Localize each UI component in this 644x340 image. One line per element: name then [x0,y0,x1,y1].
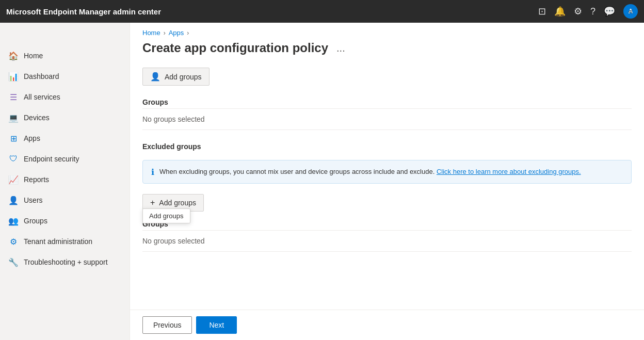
content-area: Home › Apps › Create app configuration p… [130,23,644,340]
excluded-groups-section: Excluded groups ℹ When excluding groups,… [142,138,632,252]
excluded-add-groups-wrapper: + Add groups Add groups [142,190,204,216]
apps-icon: ⊞ [8,133,19,143]
sidebar-item-users[interactable]: 👤 Users [0,190,130,211]
excluded-groups-title: Excluded groups [142,138,632,154]
previous-button[interactable]: Previous [142,316,192,334]
sidebar-item-home[interactable]: 🏠 Home [0,45,130,66]
sidebar-label-home: Home [24,52,43,60]
users-icon: 👤 [8,195,19,205]
sidebar-item-devices[interactable]: 💻 Devices [0,107,130,128]
sidebar-label-tenant: Tenant administration [24,237,92,246]
included-add-groups-label: Add groups [165,73,202,81]
breadcrumb-home[interactable]: Home [142,29,160,37]
sidebar-label-reports: Reports [24,175,49,184]
breadcrumb-sep1: › [164,29,166,37]
excluded-groups-header: Groups [142,216,632,230]
sidebar-label-endpoint: Endpoint security [24,155,79,163]
excluded-add-groups-label: Add groups [159,199,196,207]
feedback-icon[interactable]: 💬 [604,6,615,17]
sidebar-label-troubleshooting: Troubleshooting + support [24,258,108,266]
portal-icon[interactable]: ⊡ [538,6,546,17]
sidebar-label-apps: Apps [24,134,40,142]
sidebar-label-devices: Devices [24,114,50,122]
excluded-no-groups-text: No groups selected [142,231,632,252]
main-layout: « 🏠 Home 📊 Dashboard ☰ All services 💻 De… [0,23,644,340]
sidebar-item-reports[interactable]: 📈 Reports [0,169,130,190]
add-groups-person-icon: 👤 [150,72,160,82]
sidebar-item-troubleshooting[interactable]: 🔧 Troubleshooting + support [0,252,130,272]
tooltip-text: Add groups [149,212,184,220]
groups-icon: 👥 [8,216,19,226]
content-body: 👤 Add groups Groups No groups selected E… [130,63,644,310]
sidebar-item-tenant-admin[interactable]: ⚙ Tenant administration [0,231,130,252]
all-services-icon: ☰ [8,92,19,102]
sidebar: « 🏠 Home 📊 Dashboard ☰ All services 💻 De… [0,23,130,340]
included-add-groups-button[interactable]: 👤 Add groups [142,68,210,86]
topbar: Microsoft Endpoint Manager admin center … [0,0,644,23]
info-message: When excluding groups, you cannot mix us… [159,167,581,177]
info-text-content: When excluding groups, you cannot mix us… [159,168,434,175]
breadcrumb: Home › Apps › [130,23,644,39]
next-button[interactable]: Next [196,316,237,334]
sidebar-label-all-services: All services [24,93,60,101]
settings-icon[interactable]: ⚙ [574,6,582,17]
breadcrumb-sep2: › [187,29,189,37]
dashboard-icon: 📊 [8,71,19,82]
included-groups-header: Groups [142,94,632,108]
breadcrumb-apps[interactable]: Apps [169,29,184,37]
footer: Previous Next [130,310,644,340]
sidebar-item-all-services[interactable]: ☰ All services [0,87,130,107]
tenant-icon: ⚙ [8,236,19,247]
info-icon: ℹ [151,167,154,177]
sidebar-item-dashboard[interactable]: 📊 Dashboard [0,66,130,87]
info-learn-more-link[interactable]: Click here to learn more about excluding… [437,168,581,175]
home-icon: 🏠 [8,51,19,61]
page-title-row: Create app configuration policy ... [130,39,644,63]
app-title: Microsoft Endpoint Manager admin center [6,7,538,16]
included-no-groups-text: No groups selected [142,109,632,130]
sidebar-label-dashboard: Dashboard [24,72,59,80]
sidebar-label-groups: Groups [24,217,47,225]
excluded-groups-info-box: ℹ When excluding groups, you cannot mix … [142,160,632,184]
add-groups-tooltip: Add groups [142,208,190,223]
help-icon[interactable]: ? [590,6,595,17]
page-title: Create app configuration policy [142,41,328,55]
included-add-groups-area: 👤 Add groups [142,68,632,94]
sidebar-item-apps[interactable]: ⊞ Apps [0,128,130,149]
endpoint-icon: 🛡 [8,154,19,164]
page-options-button[interactable]: ... [333,41,348,55]
bell-icon[interactable]: 🔔 [554,6,566,17]
sidebar-item-endpoint-security[interactable]: 🛡 Endpoint security [0,149,130,169]
reports-icon: 📈 [8,174,19,185]
devices-icon: 💻 [8,112,19,123]
sidebar-item-groups[interactable]: 👥 Groups [0,211,130,231]
troubleshooting-icon: 🔧 [8,257,19,267]
sidebar-label-users: Users [24,196,43,204]
add-groups-plus-icon: + [150,198,155,207]
